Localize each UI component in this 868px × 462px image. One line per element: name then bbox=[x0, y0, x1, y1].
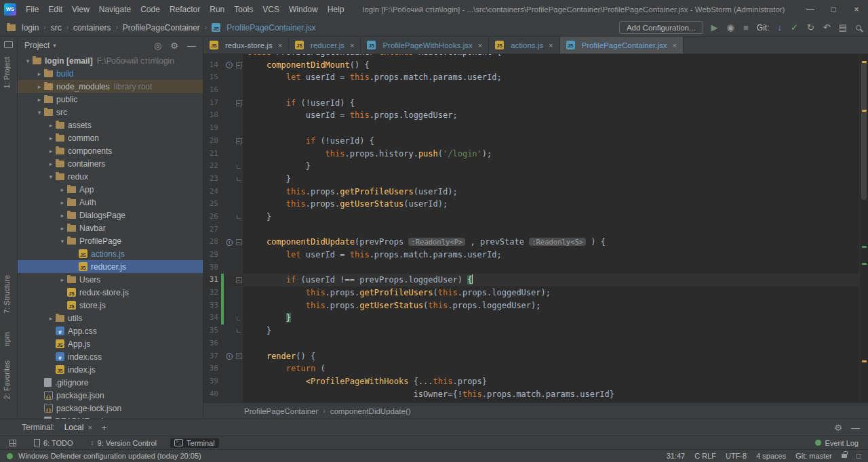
search-icon[interactable] bbox=[856, 25, 861, 30]
git-commit-icon[interactable]: ✓ bbox=[791, 23, 798, 32]
breadcrumb-item[interactable]: containers bbox=[73, 23, 111, 33]
tree-arrow[interactable]: ▾ bbox=[58, 238, 67, 245]
tree-item[interactable]: ▾src bbox=[18, 106, 203, 119]
editor-scrollbar[interactable] bbox=[859, 54, 868, 402]
tool-window-icon[interactable] bbox=[4, 41, 13, 48]
tool-window-button-event-log[interactable]: Event Log bbox=[811, 438, 863, 448]
settings-icon[interactable]: ⚙ bbox=[834, 423, 842, 432]
fold-collapse-icon[interactable]: − bbox=[236, 239, 242, 245]
tool-window-button-terminal[interactable]: Terminal bbox=[170, 438, 219, 448]
locate-icon[interactable]: ◎ bbox=[154, 41, 161, 50]
menu-file[interactable]: File bbox=[21, 3, 43, 16]
stop-icon[interactable]: ■ bbox=[743, 23, 749, 32]
tree-item[interactable]: ▸containers bbox=[18, 157, 203, 170]
tree-arrow[interactable]: ▾ bbox=[23, 58, 33, 64]
code-line[interactable]: 27 bbox=[203, 224, 868, 236]
code-line[interactable]: 22 } bbox=[203, 160, 868, 173]
tree-item[interactable]: store.js bbox=[18, 299, 203, 312]
run-icon[interactable]: ▶ bbox=[711, 23, 718, 32]
tree-item[interactable]: ▾ProfilePage bbox=[18, 234, 203, 247]
breadcrumb-item[interactable]: ProfilePageContainer bbox=[123, 23, 200, 33]
code-line[interactable]: 19 bbox=[203, 122, 868, 135]
git-update-icon[interactable]: ↓ bbox=[777, 23, 782, 32]
tree-arrow[interactable]: ▾ bbox=[35, 109, 44, 116]
tree-item[interactable]: ▾redux bbox=[18, 170, 203, 183]
menu-code[interactable]: Code bbox=[136, 3, 165, 16]
breadcrumb-item[interactable]: ProfilePageContainer.jsx bbox=[212, 23, 315, 33]
code-line[interactable]: 29 let userId = this.props.match.params.… bbox=[203, 249, 868, 261]
tool-window-button-quick-access[interactable] bbox=[5, 439, 20, 447]
tree-arrow[interactable]: ▸ bbox=[58, 276, 67, 283]
tree-item[interactable]: actions.js bbox=[18, 247, 203, 260]
tree-arrow[interactable]: ▸ bbox=[35, 83, 44, 90]
tree-arrow[interactable]: ▸ bbox=[35, 96, 44, 103]
menu-help[interactable]: Help bbox=[323, 3, 349, 16]
code-line[interactable]: 20− if (!userId) { bbox=[203, 135, 868, 148]
fold-end-icon[interactable] bbox=[237, 215, 241, 219]
code-line[interactable]: 38 return ( bbox=[203, 362, 868, 375]
menu-edit[interactable]: Edit bbox=[43, 3, 67, 16]
menu-view[interactable]: View bbox=[67, 3, 94, 16]
settings-icon[interactable]: ⚙ bbox=[170, 41, 178, 50]
scrollbar-thumb[interactable] bbox=[861, 61, 867, 200]
lock-icon[interactable] bbox=[842, 454, 847, 458]
code-line[interactable]: 36 bbox=[203, 337, 868, 350]
terminal-tab-local[interactable]: Local × bbox=[64, 423, 92, 432]
fold-end-icon[interactable] bbox=[237, 177, 241, 181]
tree-item[interactable]: ▸App bbox=[18, 183, 203, 196]
code-line[interactable]: 33 this.props.getUserStatus(this.props.l… bbox=[203, 299, 868, 312]
breadcrumb-item[interactable]: login bbox=[7, 23, 39, 33]
close-icon[interactable]: × bbox=[87, 423, 92, 432]
tree-arrow[interactable]: ▸ bbox=[46, 135, 56, 142]
tree-item[interactable]: ▸Auth bbox=[18, 196, 203, 209]
code-line[interactable]: 26 } bbox=[203, 211, 868, 224]
tree-item[interactable]: ▸components bbox=[18, 144, 203, 157]
code-line[interactable]: 40 isOwner={!this.props.match.params.use… bbox=[203, 388, 868, 401]
code-line[interactable]: 21 this.props.history.push('/login'); bbox=[203, 148, 868, 161]
editor-tab[interactable]: ProfilePageContainer.jsx× bbox=[560, 37, 684, 54]
code-line[interactable]: 15 let userId = this.props.match.params.… bbox=[203, 71, 868, 84]
tree-item[interactable]: ▸DialogsPage bbox=[18, 209, 203, 222]
close-icon[interactable]: × bbox=[549, 41, 553, 49]
tree-item[interactable]: reducer.js bbox=[18, 260, 203, 273]
tool-window-button[interactable]: 7: Structure bbox=[3, 275, 11, 314]
fold-collapse-icon[interactable]: − bbox=[236, 62, 242, 68]
hide-icon[interactable]: — bbox=[851, 423, 860, 432]
tree-item[interactable]: ▸common bbox=[18, 131, 203, 144]
close-icon[interactable]: × bbox=[350, 41, 354, 49]
code-line[interactable]: 32 this.props.getProfileUsers(this.props… bbox=[203, 287, 868, 299]
tree-item[interactable]: index.js bbox=[18, 363, 203, 376]
history-icon[interactable]: ↻ bbox=[807, 23, 814, 32]
tool-window-button-version-control[interactable]: ↕9: Version Control bbox=[87, 438, 161, 448]
menu-refactor[interactable]: Refactor bbox=[165, 3, 205, 16]
override-method-icon[interactable]: ↑ bbox=[226, 239, 233, 246]
code-line[interactable]: 23 } bbox=[203, 173, 868, 186]
code-line[interactable]: 31− if (userId !== prevProps.loggedUser)… bbox=[203, 274, 868, 287]
breadcrumb-item[interactable]: ProfilePageContainer bbox=[244, 407, 318, 415]
layout-icon[interactable]: ▤ bbox=[839, 23, 847, 32]
tree-arrow[interactable]: ▸ bbox=[46, 148, 56, 154]
maximize-button[interactable]: □ bbox=[822, 0, 845, 19]
code-line[interactable]: 34 } bbox=[203, 312, 868, 324]
code-line[interactable]: 37↑− render() { bbox=[203, 350, 868, 363]
code-line[interactable]: 24 this.props.getProfileUsers(userId); bbox=[203, 186, 868, 198]
tree-arrow[interactable]: ▸ bbox=[58, 186, 67, 193]
code-editor[interactable]: class ProfilePageContainer extends React… bbox=[203, 54, 868, 402]
tree-item[interactable]: redux-store.js bbox=[18, 286, 203, 299]
editor-tab[interactable]: reducer.js× bbox=[289, 37, 361, 54]
tree-item[interactable]: package-lock.json bbox=[18, 402, 203, 415]
status-utf-8[interactable]: UTF-8 bbox=[726, 452, 747, 460]
fold-end-icon[interactable] bbox=[237, 329, 241, 333]
hide-icon[interactable]: — bbox=[187, 41, 196, 50]
tree-item[interactable]: ▸node_moduleslibrary root bbox=[18, 80, 203, 93]
tree-item[interactable]: package.json bbox=[18, 389, 203, 402]
menu-tools[interactable]: Tools bbox=[229, 3, 258, 16]
tree-arrow[interactable]: ▸ bbox=[46, 122, 56, 129]
tree-item[interactable]: ▸Users bbox=[18, 273, 203, 286]
tree-item[interactable]: App.js bbox=[18, 337, 203, 350]
code-line[interactable]: 25 this.props.getUserStatus(userId); bbox=[203, 198, 868, 211]
tree-item[interactable]: index.css bbox=[18, 350, 203, 363]
breadcrumb-item[interactable]: src bbox=[51, 23, 62, 33]
status-git-master[interactable]: Git: master bbox=[795, 452, 832, 460]
fold-collapse-icon[interactable]: − bbox=[236, 100, 242, 106]
